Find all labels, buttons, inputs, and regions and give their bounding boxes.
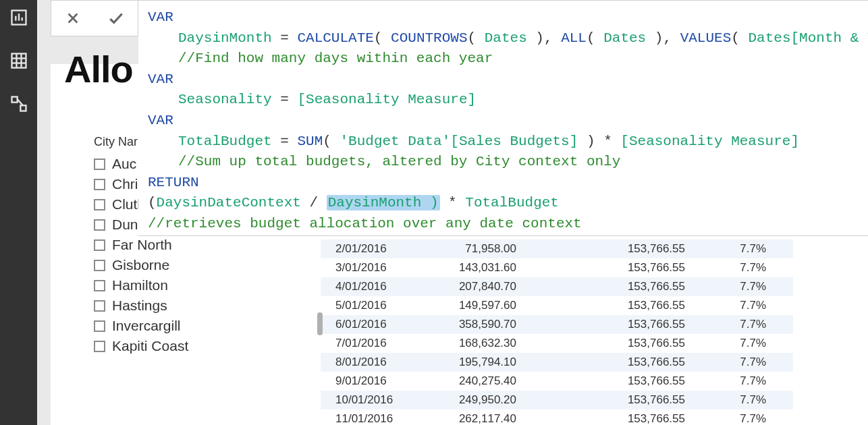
cell-value-3: 7.7% <box>692 261 773 275</box>
cell-value-1: 71,958.00 <box>408 242 523 256</box>
cell-date: 9/01/2016 <box>321 374 408 388</box>
table-row[interactable]: 5/01/2016149,597.60153,766.557.7% <box>321 296 793 315</box>
slicer-item-label: Far North <box>112 237 172 253</box>
svg-rect-10 <box>20 105 26 111</box>
cell-value-3: 7.7% <box>692 337 773 350</box>
checkbox-icon[interactable] <box>94 300 105 312</box>
cell-value-2: 153,766.55 <box>523 393 692 407</box>
checkbox-icon[interactable] <box>94 179 105 190</box>
slicer-item-label: Gisborne <box>112 257 169 273</box>
table-row[interactable]: 10/01/2016249,950.20153,766.557.7% <box>321 391 793 409</box>
keyword-var: VAR <box>148 9 173 25</box>
table-row[interactable]: 2/01/201671,958.00153,766.557.7% <box>321 239 793 258</box>
slicer-item-label: Kapiti Coast <box>112 338 188 354</box>
slicer-item[interactable]: Far North <box>94 235 269 255</box>
slicer-item[interactable]: Invercargill <box>94 316 269 336</box>
cell-value-2: 153,766.55 <box>523 412 692 425</box>
page-title: Allo <box>64 47 133 91</box>
svg-rect-9 <box>11 97 17 103</box>
slicer-item[interactable]: Hamilton <box>94 275 269 295</box>
cell-value-2: 153,766.55 <box>523 261 692 275</box>
svg-line-11 <box>17 99 22 105</box>
cell-value-3: 7.7% <box>692 374 773 388</box>
table-row[interactable]: 7/01/2016168,632.30153,766.557.7% <box>321 334 793 353</box>
cell-value-2: 153,766.55 <box>523 318 692 331</box>
cell-value-2: 153,766.55 <box>523 242 692 256</box>
slicer-item-label: Hastings <box>112 298 167 314</box>
cell-value-3: 7.7% <box>692 356 773 369</box>
cell-value-1: 262,117.40 <box>408 412 523 425</box>
cancel-button[interactable] <box>59 5 86 32</box>
model-view-icon[interactable] <box>9 94 28 113</box>
cell-date: 4/01/2016 <box>321 280 408 293</box>
formula-action-bar <box>51 0 138 36</box>
scrollbar-thumb[interactable] <box>317 312 323 335</box>
data-view-icon[interactable] <box>9 51 28 70</box>
cell-date: 7/01/2016 <box>321 337 408 350</box>
slicer-item-label: Invercargill <box>112 318 181 334</box>
cell-date: 8/01/2016 <box>321 356 408 369</box>
comment: //Sum up total budgets, altered by City … <box>178 154 620 169</box>
cell-value-3: 7.7% <box>692 280 773 293</box>
cell-value-1: 143,031.60 <box>408 261 523 275</box>
svg-rect-4 <box>11 54 26 68</box>
checkbox-icon[interactable] <box>94 199 105 210</box>
cell-date: 3/01/2016 <box>321 261 408 275</box>
cell-value-1: 358,590.70 <box>408 318 523 331</box>
cell-date: 5/01/2016 <box>321 299 408 312</box>
slicer-item[interactable]: Hastings <box>94 295 269 316</box>
cell-value-1: 207,840.70 <box>408 280 523 293</box>
highlighted-token: DaysinMonth ) <box>327 195 440 210</box>
cell-value-1: 195,794.10 <box>408 356 523 369</box>
cell-value-1: 149,597.60 <box>408 299 523 312</box>
cell-value-1: 249,950.20 <box>408 393 523 407</box>
var-totalbudget: TotalBudget <box>178 134 272 149</box>
table-row[interactable]: 6/01/2016358,590.70153,766.557.7% <box>321 315 793 334</box>
cell-value-2: 153,766.55 <box>523 356 692 369</box>
comment: //retrieves budget allocation over any d… <box>148 216 582 231</box>
cell-value-2: 153,766.55 <box>523 280 692 293</box>
cell-value-1: 240,275.40 <box>408 374 523 388</box>
table-row[interactable]: 11/01/2016262,117.40153,766.557.7% <box>321 409 793 425</box>
commit-button[interactable] <box>103 5 130 32</box>
slicer-field-label: City Nar <box>94 135 138 149</box>
cell-value-3: 7.7% <box>692 318 773 331</box>
checkbox-icon[interactable] <box>94 219 105 231</box>
cell-value-2: 153,766.55 <box>523 337 692 350</box>
dax-formula-editor[interactable]: VAR DaysinMonth = CALCULATE( COUNTROWS( … <box>138 0 868 236</box>
cell-value-1: 168,632.30 <box>408 337 523 350</box>
left-nav-rail <box>0 0 37 425</box>
cell-date: 11/01/2016 <box>321 412 408 425</box>
checkbox-icon[interactable] <box>94 341 105 352</box>
data-table[interactable]: 2/01/201671,958.00153,766.557.7%3/01/201… <box>321 239 793 425</box>
var-daysinmonth: DaysinMonth <box>178 30 272 46</box>
comment: //Find how many days within each year <box>178 51 493 66</box>
checkbox-icon[interactable] <box>94 239 105 251</box>
report-view-icon[interactable] <box>9 8 28 27</box>
cell-value-3: 7.7% <box>692 299 773 312</box>
cell-date: 6/01/2016 <box>321 318 408 331</box>
cell-date: 2/01/2016 <box>321 242 408 256</box>
checkbox-icon[interactable] <box>94 320 105 332</box>
cell-value-3: 7.7% <box>692 412 773 425</box>
table-row[interactable]: 8/01/2016195,794.10153,766.557.7% <box>321 353 793 372</box>
slicer-item-label: Auc <box>112 156 136 172</box>
checkbox-icon[interactable] <box>94 159 105 170</box>
keyword-return: RETURN <box>148 175 199 190</box>
cell-value-2: 153,766.55 <box>523 374 692 388</box>
checkbox-icon[interactable] <box>94 280 105 291</box>
checkbox-icon[interactable] <box>94 260 105 271</box>
report-canvas: Allo City Nar AucChristchurchCluthaDuned… <box>37 0 868 425</box>
slicer-item[interactable]: Kapiti Coast <box>94 336 269 356</box>
cell-value-3: 7.7% <box>692 393 773 407</box>
table-row[interactable]: 9/01/2016240,275.40153,766.557.7% <box>321 372 793 391</box>
table-row[interactable]: 4/01/2016207,840.70153,766.557.7% <box>321 277 793 296</box>
table-row[interactable]: 3/01/2016143,031.60153,766.557.7% <box>321 258 793 277</box>
cell-value-2: 153,766.55 <box>523 299 692 312</box>
cell-date: 10/01/2016 <box>321 393 408 407</box>
slicer-item-label: Hamilton <box>112 277 168 293</box>
cell-value-3: 7.7% <box>692 242 773 256</box>
var-seasonality: Seasonality <box>178 92 272 107</box>
slicer-item[interactable]: Gisborne <box>94 255 269 275</box>
